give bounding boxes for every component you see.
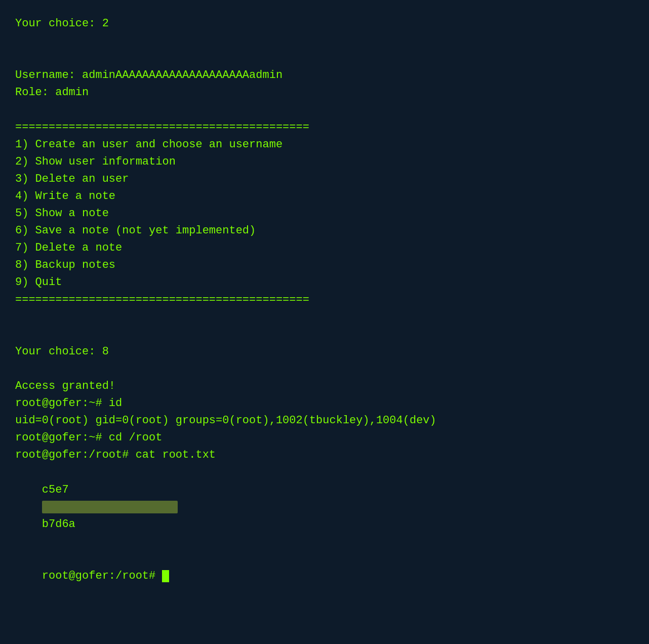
username-line: Username: adminAAAAAAAAAAAAAAAAAAAAadmin <box>15 67 634 84</box>
flag-line: c5e7 b7d6a <box>15 464 634 550</box>
blank5 <box>15 326 634 343</box>
blank6 <box>15 360 634 378</box>
blank1 <box>15 32 634 50</box>
menu-item-6: 6) Save a note (not yet implemented) <box>15 222 634 239</box>
access-granted: Access granted! <box>15 378 634 395</box>
separator2: ========================================… <box>15 292 634 309</box>
menu-item-1: 1) Create an user and choose an username <box>15 136 634 153</box>
prompt-text: root@gofer:/root# <box>42 570 163 582</box>
flag-part2: b7d6a <box>42 518 75 531</box>
menu-item-5: 5) Show a note <box>15 205 634 222</box>
menu-item-2: 2) Show user information <box>15 153 634 171</box>
menu-item-3: 3) Delete an user <box>15 171 634 188</box>
your-choice-8: Your choice: 8 <box>15 343 634 360</box>
blank4 <box>15 309 634 326</box>
flag-part1: c5e7 <box>42 484 69 496</box>
blank2 <box>15 50 634 67</box>
cmd-cat: root@gofer:/root# cat root.txt <box>15 447 634 464</box>
your-choice-2: Your choice: 2 <box>15 15 634 32</box>
role-line: Role: admin <box>15 84 634 101</box>
final-prompt: root@gofer:/root# <box>15 550 634 602</box>
menu-item-9: 9) Quit <box>15 274 634 291</box>
uid-line: uid=0(root) gid=0(root) groups=0(root),1… <box>15 412 634 429</box>
menu-item-7: 7) Delete a note <box>15 239 634 257</box>
menu-item-4: 4) Write a note <box>15 188 634 205</box>
cmd-cd: root@gofer:~# cd /root <box>15 429 634 447</box>
cmd-id: root@gofer:~# id <box>15 395 634 412</box>
terminal: Your choice: 2 Username: adminAAAAAAAAAA… <box>15 15 634 602</box>
terminal-cursor <box>162 570 169 582</box>
separator1: ========================================… <box>15 119 634 136</box>
flag-redacted <box>42 501 178 513</box>
blank3 <box>15 101 634 118</box>
menu-item-8: 8) Backup notes <box>15 257 634 274</box>
